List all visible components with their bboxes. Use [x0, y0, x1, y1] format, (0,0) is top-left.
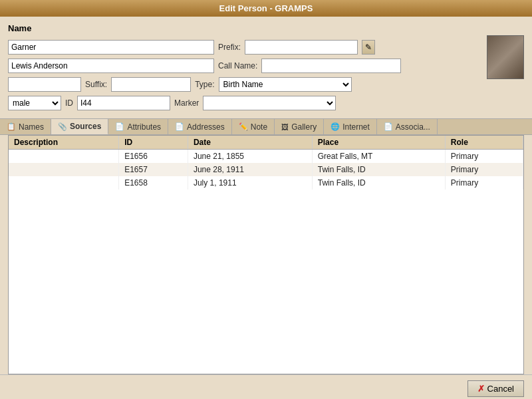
- tab-internet-label: Internet: [342, 122, 370, 132]
- cancel-label: Cancel: [487, 384, 514, 394]
- events-table: Description ID Date Place Role E1656 Jun…: [9, 136, 523, 190]
- cell-role: Primary: [445, 163, 523, 176]
- cell-description: [9, 163, 119, 176]
- type-select[interactable]: Birth Name Also Known As Married Name Ot…: [219, 77, 352, 92]
- given-input[interactable]: [8, 77, 81, 92]
- cell-date: June 28, 1911: [188, 163, 312, 176]
- tab-sources-label: Sources: [70, 122, 101, 131]
- gallery-tab-icon: 🖼: [281, 123, 289, 131]
- cancel-icon: ✗: [477, 384, 485, 394]
- marker-select[interactable]: [203, 96, 336, 110]
- col-description: Description: [9, 136, 119, 150]
- table-row[interactable]: E1657 June 28, 1911 Twin Falls, ID Prima…: [9, 163, 523, 176]
- tab-names-label: Names: [19, 122, 44, 132]
- tab-addresses-label: Addresses: [187, 122, 225, 132]
- gender-select[interactable]: male female unknown: [8, 96, 61, 110]
- col-place: Place: [312, 136, 445, 150]
- tab-associations-label: Associa...: [396, 122, 430, 132]
- tab-attributes-label: Attributes: [127, 122, 161, 132]
- tabs-bar: 📋 Names 📎 Sources 📄 Attributes 📄 Address…: [0, 118, 532, 135]
- col-id: ID: [119, 136, 188, 150]
- col-date: Date: [188, 136, 312, 150]
- suffix-label: Suffix:: [85, 80, 107, 89]
- last-name-input[interactable]: [8, 40, 214, 55]
- name-section-label: Name: [8, 23, 31, 33]
- cell-role: Primary: [445, 150, 523, 164]
- title-bar: Edit Person - GRAMPS: [0, 0, 532, 17]
- prefix-edit-button[interactable]: ✎: [362, 40, 375, 55]
- tab-gallery-label: Gallery: [291, 122, 317, 132]
- note-tab-icon: ✏️: [239, 122, 248, 131]
- person-image: [487, 35, 524, 79]
- cell-date: July 1, 1911: [188, 176, 312, 190]
- cell-id: E1658: [119, 176, 188, 190]
- tab-note-label: Note: [251, 122, 267, 132]
- cell-date: June 21, 1855: [188, 150, 312, 164]
- cancel-button[interactable]: ✗ Cancel: [467, 380, 524, 397]
- id-input[interactable]: [77, 96, 170, 110]
- internet-tab-icon: 🌐: [331, 122, 340, 131]
- cell-role: Primary: [445, 176, 523, 190]
- id-label: ID: [65, 98, 73, 108]
- prefix-input[interactable]: [245, 40, 358, 55]
- events-table-container: Description ID Date Place Role E1656 Jun…: [8, 135, 524, 374]
- tab-note[interactable]: ✏️ Note: [232, 119, 275, 134]
- marker-label: Marker: [174, 98, 199, 108]
- call-name-label: Call Name:: [218, 61, 257, 70]
- col-role: Role: [445, 136, 523, 150]
- table-row[interactable]: E1658 July 1, 1911 Twin Falls, ID Primar…: [9, 176, 523, 190]
- prefix-label: Prefix:: [218, 43, 241, 52]
- cell-description: [9, 150, 119, 164]
- tab-gallery[interactable]: 🖼 Gallery: [275, 119, 324, 134]
- cell-place: Twin Falls, ID: [312, 163, 445, 176]
- cell-id: E1657: [119, 163, 188, 176]
- addresses-tab-icon: 📄: [175, 122, 184, 131]
- attributes-tab-icon: 📄: [115, 122, 124, 131]
- cell-place: Great Falls, MT: [312, 150, 445, 164]
- cell-description: [9, 176, 119, 190]
- cell-place: Twin Falls, ID: [312, 176, 445, 190]
- call-name-input[interactable]: [261, 59, 401, 73]
- sources-tab-icon: 📎: [58, 122, 67, 131]
- title-label: Edit Person - GRAMPS: [219, 3, 313, 13]
- names-tab-icon: 📋: [7, 122, 16, 131]
- tab-associations[interactable]: 📄 Associa...: [377, 119, 438, 134]
- tab-addresses[interactable]: 📄 Addresses: [168, 119, 232, 134]
- table-row[interactable]: E1656 June 21, 1855 Great Falls, MT Prim…: [9, 150, 523, 164]
- tab-attributes[interactable]: 📄 Attributes: [108, 119, 168, 134]
- tab-internet[interactable]: 🌐 Internet: [324, 119, 377, 134]
- associations-tab-icon: 📄: [384, 122, 393, 131]
- suffix-input[interactable]: [111, 77, 191, 92]
- tab-names[interactable]: 📋 Names: [0, 119, 51, 134]
- type-label: Type:: [195, 80, 214, 89]
- cell-id: E1656: [119, 150, 188, 164]
- bottom-bar: ✗ Cancel: [0, 374, 532, 399]
- tab-sources[interactable]: 📎 Sources: [51, 119, 108, 134]
- first-name-input[interactable]: [8, 59, 214, 73]
